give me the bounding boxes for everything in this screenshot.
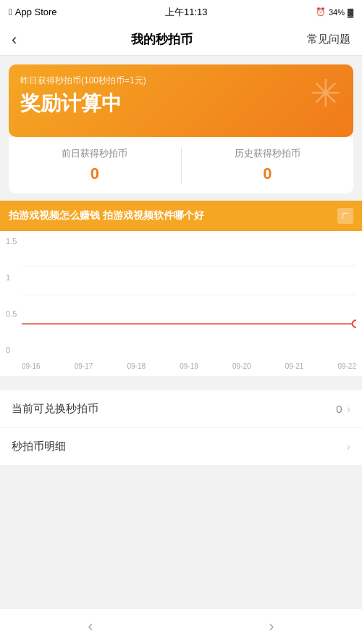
chart-area: 1.5 1 0.5 0 (0, 231, 362, 376)
chart-inner: 09-16 09-17 09-18 09-19 09-20 09-21 09-2… (22, 237, 356, 373)
y-label-0: 0 (6, 346, 17, 354)
x-label-0918: 09-18 (127, 362, 146, 370)
status-app-store:  App Store (9, 7, 57, 17)
status-bar:  App Store 上午11:13 ⏰ 34% ▓ (0, 0, 362, 24)
chart-grid (22, 237, 356, 353)
history-label: 历史获得秒拍币 (182, 147, 354, 160)
detail-label: 秒拍币明细 (12, 440, 66, 453)
banner-title: 奖励计算中 (20, 91, 342, 116)
prev-day-stat: 前日获得秒拍币 0 (9, 147, 182, 183)
x-label-0921: 09-21 (285, 362, 304, 370)
x-label-0916: 09-16 (22, 362, 41, 370)
x-label-0922: 09-22 (337, 362, 356, 370)
chart-y-labels: 1.5 1 0.5 0 (6, 237, 17, 354)
battery-icon: ▓ (348, 8, 353, 17)
nav-back-button[interactable]: ‹ (66, 611, 114, 642)
exchange-right: 0 › (336, 403, 350, 416)
status-time: 上午11:13 (165, 6, 208, 19)
faq-button[interactable]: 常见问题 (307, 33, 350, 46)
exchange-chevron-icon: › (347, 403, 350, 416)
ad-text: 拍游戏视频怎么赚钱 拍游戏视频软件哪个好 (9, 209, 332, 223)
prev-day-label: 前日获得秒拍币 (9, 147, 181, 160)
banner-card: 昨日获得秒拍币(100秒拍币=1元) 奖励计算中 ✳ (9, 64, 353, 137)
exchange-label: 当前可兑换秒拍币 (12, 402, 98, 416)
banner-asterisk-icon: ✳ (310, 75, 342, 112)
bottom-nav: ‹ › (0, 608, 362, 644)
list-section: 当前可兑换秒拍币 0 › 秒拍币明细 › (0, 390, 362, 466)
chart-section: 拍游戏视频怎么赚钱 拍游戏视频软件哪个好 广 1.5 1 0.5 0 (0, 201, 362, 376)
y-label-0.5: 0.5 (6, 309, 17, 318)
detail-right: › (347, 440, 350, 453)
list-item-detail[interactable]: 秒拍币明细 › (0, 428, 362, 466)
y-label-1.5: 1.5 (6, 237, 17, 246)
clock-icon: ⏰ (316, 7, 326, 17)
divider-1 (0, 193, 362, 201)
divider-2 (0, 376, 362, 383)
list-item-exchange[interactable]: 当前可兑换秒拍币 0 › (0, 390, 362, 428)
stats-row: 前日获得秒拍币 0 历史获得秒拍币 0 (9, 137, 353, 193)
x-label-0919: 09-19 (180, 362, 198, 370)
prev-day-value: 0 (9, 164, 181, 183)
svg-point-5 (353, 320, 356, 327)
page-title: 我的秒拍币 (131, 31, 193, 48)
back-button[interactable]: ‹ (12, 30, 17, 49)
chart-svg (22, 237, 356, 353)
chart-x-labels: 09-16 09-17 09-18 09-19 09-20 09-21 09-2… (22, 362, 356, 370)
apple-icon:  (9, 7, 12, 17)
detail-chevron-icon: › (347, 440, 350, 453)
ad-icon: 广 (337, 208, 353, 224)
ad-banner[interactable]: 拍游戏视频怎么赚钱 拍游戏视频软件哪个好 广 (0, 201, 362, 231)
main-content: 昨日获得秒拍币(100秒拍币=1元) 奖励计算中 ✳ 前日获得秒拍币 0 历史获… (0, 64, 362, 466)
banner-subtitle: 昨日获得秒拍币(100秒拍币=1元) (20, 75, 342, 87)
nav-forward-button[interactable]: › (247, 611, 295, 642)
nav-bar: ‹ 我的秒拍币 常见问题 (0, 24, 362, 56)
y-label-1: 1 (6, 273, 17, 282)
history-stat: 历史获得秒拍币 0 (182, 147, 354, 183)
x-label-0920: 09-20 (232, 362, 251, 370)
bottom-spacer (0, 466, 362, 509)
history-value: 0 (182, 164, 354, 183)
exchange-value: 0 (336, 403, 342, 415)
x-label-0917: 09-17 (75, 362, 93, 370)
battery-text: 34% (329, 8, 345, 17)
status-right: ⏰ 34% ▓ (316, 7, 353, 17)
